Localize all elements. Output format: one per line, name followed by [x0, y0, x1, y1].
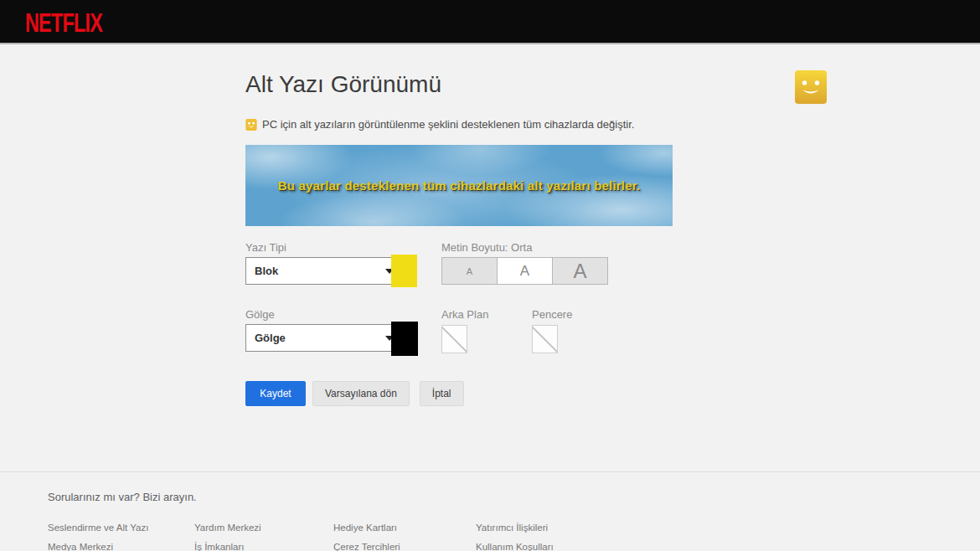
save-button[interactable]: Kaydet	[245, 381, 306, 406]
reset-defaults-button[interactable]: Varsayılana dön	[312, 381, 410, 406]
subtitle-preview-image: Bu ayarlar desteklenen tüm cihazlardaki …	[245, 145, 673, 226]
profile-mini-avatar-icon	[245, 119, 257, 131]
font-type-dropdown[interactable]: Blok	[245, 257, 405, 285]
footer-link-cookie-preferences[interactable]: Çerez Tercihleri	[333, 542, 476, 551]
page-title: Alt Yazı Görünümü	[245, 71, 441, 98]
page-description: PC için alt yazıların görüntülenme şekli…	[262, 118, 634, 131]
shadow-label: Gölge	[245, 308, 275, 321]
netflix-logo[interactable]: NETFLIX	[25, 8, 102, 39]
text-size-label: Metin Boyutu: Orta	[441, 241, 532, 254]
text-size-button-group: A A A	[441, 257, 608, 285]
footer-link-help-center[interactable]: Yardım Merkezi	[194, 523, 333, 542]
text-size-medium-button[interactable]: A	[497, 257, 553, 285]
background-label: Arka Plan	[441, 308, 488, 321]
font-color-swatch[interactable]	[391, 255, 417, 287]
footer-link-terms-of-use[interactable]: Kullanım Koşulları	[476, 542, 627, 551]
profile-avatar-icon[interactable]	[795, 70, 827, 104]
shadow-dropdown[interactable]: Gölge	[245, 324, 405, 352]
top-navbar: NETFLIX	[0, 0, 980, 44]
background-color-swatch[interactable]	[441, 325, 467, 353]
footer-links: Seslendirme ve Alt Yazı Yardım Merkezi H…	[48, 523, 627, 551]
font-type-label: Yazı Tipi	[245, 241, 286, 254]
page-description-row: PC için alt yazıların görüntülenme şekli…	[245, 118, 634, 131]
footer-link-audio-subtitles[interactable]: Seslendirme ve Alt Yazı	[48, 523, 194, 542]
footer: Sorularınız mı var? Bizi arayın. Seslend…	[0, 471, 980, 551]
shadow-color-swatch[interactable]	[391, 322, 418, 356]
font-type-selected-value: Blok	[255, 265, 385, 277]
text-size-small-button[interactable]: A	[441, 257, 498, 285]
window-label: Pencere	[532, 308, 572, 321]
footer-link-jobs[interactable]: İş İmkanları	[194, 542, 333, 551]
footer-link-media-center[interactable]: Medya Merkezi	[48, 542, 194, 551]
window-color-swatch[interactable]	[532, 325, 558, 353]
cancel-button[interactable]: İptal	[420, 381, 464, 406]
subtitle-preview-text: Bu ayarlar desteklenen tüm cihazlardaki …	[278, 178, 641, 193]
footer-heading: Sorularınız mı var? Bizi arayın.	[48, 491, 197, 503]
footer-link-gift-cards[interactable]: Hediye Kartları	[333, 523, 476, 542]
action-button-row: Kaydet Varsayılana dön İptal	[245, 381, 464, 406]
shadow-selected-value: Gölge	[255, 332, 385, 344]
footer-link-investor-relations[interactable]: Yatırımcı İlişkileri	[476, 523, 627, 542]
text-size-large-button[interactable]: A	[552, 257, 608, 285]
